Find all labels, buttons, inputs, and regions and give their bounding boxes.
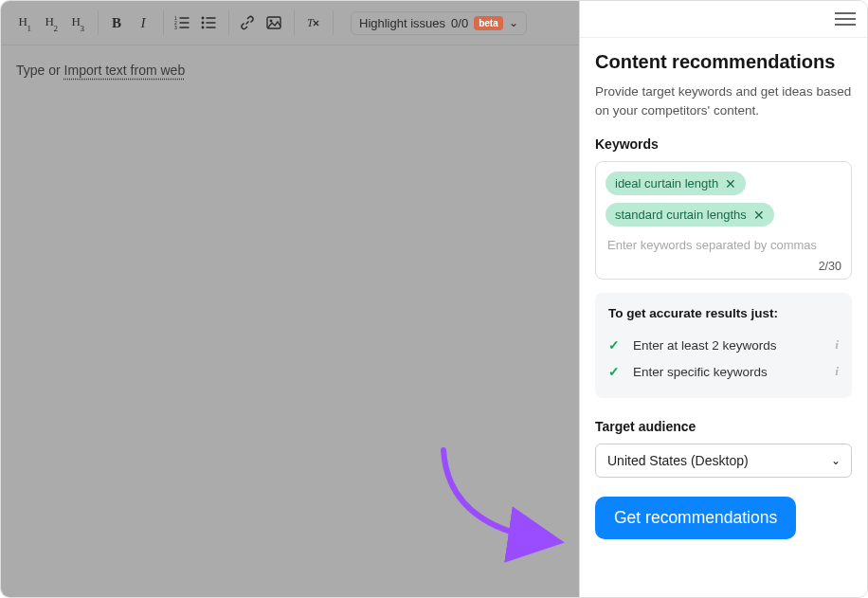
chip-remove-icon[interactable]: ✕ — [725, 177, 736, 190]
keyword-count: 2/30 — [606, 258, 841, 273]
ordered-list-button[interactable]: 123 — [170, 10, 194, 35]
editor-pane: H1 H2 H3 B I 123 — [1, 1, 580, 597]
editor-placeholder: Type or Import text from web — [16, 63, 185, 78]
svg-text:3: 3 — [174, 25, 177, 29]
keyword-chip: ideal curtain length ✕ — [606, 172, 746, 195]
editor-toolbar: H1 H2 H3 B I 123 — [1, 1, 579, 45]
check-icon: ✓ — [608, 364, 624, 379]
info-icon[interactable]: i — [835, 337, 839, 353]
tips-box: To get accurate results just: ✓ Enter at… — [595, 293, 852, 398]
tip-text: Enter at least 2 keywords — [633, 338, 777, 353]
link-button[interactable] — [235, 10, 260, 35]
svg-point-13 — [270, 20, 273, 23]
chip-label: ideal curtain length — [615, 176, 718, 190]
svg-point-9 — [202, 17, 205, 20]
menu-icon[interactable] — [835, 9, 856, 29]
keywords-input[interactable] — [606, 234, 841, 258]
tip-row: ✓ Enter specific keywords i — [608, 358, 839, 385]
target-audience-select[interactable]: United States (Desktop) — [595, 444, 852, 478]
beta-badge: beta — [474, 16, 503, 30]
chip-remove-icon[interactable]: ✕ — [753, 208, 765, 222]
ordered-list-icon: 123 — [174, 16, 190, 29]
keywords-label: Keywords — [595, 136, 852, 152]
h3-button[interactable]: H3 — [65, 10, 90, 35]
highlight-label: Highlight issues — [359, 16, 445, 30]
image-icon — [266, 16, 281, 29]
keywords-box: ideal curtain length ✕ standard curtain … — [595, 161, 852, 280]
tip-row: ✓ Enter at least 2 keywords i — [608, 332, 839, 358]
panel-top-bar — [580, 1, 867, 38]
highlight-issues-dropdown[interactable]: Highlight issues 0/0 beta ⌄ — [351, 11, 527, 35]
keyword-chips: ideal curtain length ✕ standard curtain … — [606, 172, 841, 227]
clear-format-button[interactable]: T — [300, 10, 325, 35]
h1-button[interactable]: H1 — [12, 10, 37, 35]
image-button[interactable] — [262, 10, 286, 35]
clear-format-icon: T — [305, 15, 320, 30]
recommendations-panel: Content recommendations Provide target k… — [580, 1, 867, 597]
tip-text: Enter specific keywords — [633, 365, 768, 379]
unordered-list-button[interactable] — [196, 10, 221, 35]
import-text-link[interactable]: Import text from web — [64, 63, 186, 78]
svg-text:T: T — [307, 16, 315, 29]
target-audience-label: Target audience — [595, 419, 852, 434]
chip-label: standard curtain lengths — [615, 208, 747, 222]
keyword-chip: standard curtain lengths ✕ — [606, 203, 774, 227]
tips-title: To get accurate results just: — [608, 306, 839, 320]
info-icon[interactable]: i — [835, 364, 839, 379]
panel-title: Content recommendations — [595, 51, 852, 73]
check-icon: ✓ — [608, 337, 624, 353]
unordered-list-icon — [201, 16, 216, 29]
chevron-down-icon: ⌄ — [509, 16, 518, 29]
link-icon — [240, 15, 255, 30]
editor-body[interactable]: Type or Import text from web — [1, 45, 579, 597]
get-recommendations-button[interactable]: Get recommendations — [595, 497, 796, 539]
italic-button[interactable]: I — [131, 10, 155, 35]
h2-button[interactable]: H2 — [39, 10, 63, 35]
bold-button[interactable]: B — [104, 10, 129, 35]
svg-point-11 — [202, 27, 205, 29]
panel-description: Provide target keywords and get ideas ba… — [595, 82, 852, 119]
svg-point-10 — [202, 22, 205, 25]
highlight-count: 0/0 — [451, 16, 468, 30]
